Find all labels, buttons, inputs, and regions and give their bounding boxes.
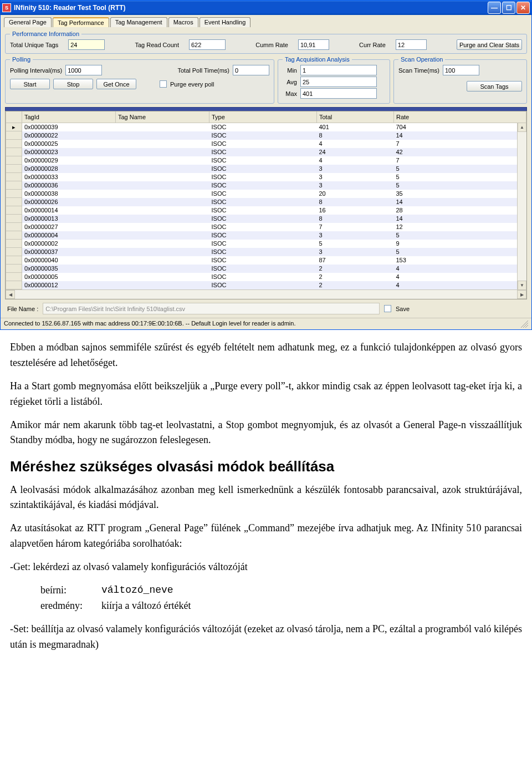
- cell-name[interactable]: [116, 156, 209, 165]
- row-header-col[interactable]: [6, 111, 22, 123]
- cell-name[interactable]: [116, 165, 209, 173]
- row-header-cell[interactable]: [6, 131, 22, 140]
- cell-rate[interactable]: 12: [394, 223, 526, 231]
- cell-id[interactable]: 0x00000040: [22, 256, 116, 265]
- cell-id[interactable]: 0x00000033: [22, 173, 116, 181]
- tab-general-page[interactable]: General Page: [4, 17, 52, 27]
- table-row[interactable]: 0x00000036ISOC35: [6, 181, 526, 190]
- tab-macros[interactable]: Macros: [168, 17, 198, 27]
- table-row[interactable]: 0x00000028ISOC35: [6, 165, 526, 173]
- cell-total[interactable]: 16: [317, 206, 394, 215]
- cell-name[interactable]: [116, 215, 209, 223]
- cell-id[interactable]: 0x00000026: [22, 198, 116, 206]
- row-header-cell[interactable]: [6, 198, 22, 206]
- row-header-cell[interactable]: [6, 165, 22, 173]
- cell-rate[interactable]: 35: [394, 190, 526, 198]
- start-button[interactable]: Start: [10, 79, 50, 89]
- cell-type[interactable]: ISOC: [209, 206, 317, 215]
- table-row[interactable]: 0x00000035ISOC24: [6, 265, 526, 273]
- cell-total[interactable]: 24: [317, 148, 394, 156]
- table-row[interactable]: 0x00000026ISOC814: [6, 198, 526, 206]
- cell-name[interactable]: [116, 148, 209, 156]
- cell-id[interactable]: 0x00000002: [22, 240, 116, 248]
- cell-type[interactable]: ISOC: [209, 281, 317, 289]
- row-header-cell[interactable]: [6, 215, 22, 223]
- cell-id[interactable]: 0x00000038: [22, 190, 116, 198]
- table-row[interactable]: 0x00000025ISOC47: [6, 140, 526, 148]
- cell-rate[interactable]: 9: [394, 240, 526, 248]
- scroll-up-icon[interactable]: ▲: [518, 123, 526, 132]
- tab-tag-management[interactable]: Tag Management: [110, 17, 167, 27]
- cell-name[interactable]: [116, 281, 209, 289]
- acq-avg-field[interactable]: [300, 77, 377, 87]
- cell-total[interactable]: 8: [317, 215, 394, 223]
- cell-type[interactable]: ISOC: [209, 231, 317, 240]
- row-header-cell[interactable]: [6, 281, 22, 289]
- cell-rate[interactable]: 704: [394, 123, 526, 131]
- cell-rate[interactable]: 153: [394, 256, 526, 265]
- row-header-cell[interactable]: [6, 140, 22, 148]
- cell-id[interactable]: 0x00000027: [22, 223, 116, 231]
- read-count-field[interactable]: [189, 39, 226, 50]
- cell-name[interactable]: [116, 190, 209, 198]
- cell-id[interactable]: 0x00000037: [22, 248, 116, 256]
- row-header-cell[interactable]: [6, 248, 22, 256]
- row-header-cell[interactable]: [6, 223, 22, 231]
- cell-total[interactable]: 5: [317, 240, 394, 248]
- cell-name[interactable]: [116, 206, 209, 215]
- cell-type[interactable]: ISOC: [209, 265, 317, 273]
- purge-clear-stats-button[interactable]: Purge and Clear Stats: [457, 39, 522, 50]
- cell-id[interactable]: 0x00000036: [22, 181, 116, 190]
- cell-id[interactable]: 0x00000035: [22, 265, 116, 273]
- cell-total[interactable]: 2: [317, 265, 394, 273]
- cell-rate[interactable]: 4: [394, 265, 526, 273]
- table-row[interactable]: 0x00000022ISOC814: [6, 131, 526, 140]
- table-row[interactable]: ▸0x00000039ISOC401704: [6, 123, 526, 131]
- cell-name[interactable]: [116, 273, 209, 281]
- cell-type[interactable]: ISOC: [209, 148, 317, 156]
- cell-rate[interactable]: 5: [394, 165, 526, 173]
- cell-rate[interactable]: 5: [394, 173, 526, 181]
- cell-id[interactable]: 0x00000039: [22, 123, 116, 131]
- scan-time-field[interactable]: [443, 65, 479, 75]
- row-header-cell[interactable]: [6, 206, 22, 215]
- acq-min-field[interactable]: [300, 65, 377, 75]
- row-header-cell[interactable]: [6, 265, 22, 273]
- cell-total[interactable]: 3: [317, 165, 394, 173]
- cell-name[interactable]: [116, 140, 209, 148]
- table-row[interactable]: 0x00000027ISOC712: [6, 223, 526, 231]
- cell-total[interactable]: 3: [317, 181, 394, 190]
- cell-name[interactable]: [116, 198, 209, 206]
- cell-id[interactable]: 0x00000029: [22, 156, 116, 165]
- table-row[interactable]: 0x00000005ISOC24: [6, 273, 526, 281]
- col-rate[interactable]: Rate: [394, 111, 526, 123]
- cell-total[interactable]: 8: [317, 131, 394, 140]
- tab-event-handling[interactable]: Event Handling: [200, 17, 251, 27]
- cell-total[interactable]: 7: [317, 223, 394, 231]
- cell-name[interactable]: [116, 240, 209, 248]
- cell-total[interactable]: 8: [317, 198, 394, 206]
- cell-name[interactable]: [116, 231, 209, 240]
- tab-tag-performance[interactable]: Tag Performance: [53, 17, 109, 27]
- cell-type[interactable]: ISOC: [209, 198, 317, 206]
- vertical-scrollbar[interactable]: ▲ ▼: [517, 123, 526, 290]
- row-header-cell[interactable]: [6, 181, 22, 190]
- cell-id[interactable]: 0x00000023: [22, 148, 116, 156]
- cell-type[interactable]: ISOC: [209, 256, 317, 265]
- cell-total[interactable]: 3: [317, 231, 394, 240]
- cell-total[interactable]: 401: [317, 123, 394, 131]
- acq-max-field[interactable]: [300, 88, 377, 99]
- table-row[interactable]: 0x00000040ISOC87153: [6, 256, 526, 265]
- file-path-field[interactable]: [43, 303, 380, 314]
- table-row[interactable]: 0x00000023ISOC2442: [6, 148, 526, 156]
- col-tagid[interactable]: TagId: [22, 111, 116, 123]
- cell-name[interactable]: [116, 256, 209, 265]
- cell-id[interactable]: 0x00000013: [22, 215, 116, 223]
- row-header-cell[interactable]: [6, 273, 22, 281]
- cell-rate[interactable]: 42: [394, 148, 526, 156]
- data-grid[interactable]: TagId Tag Name Type Total Rate ▸0x000000…: [6, 111, 526, 289]
- table-row[interactable]: 0x00000013ISOC814: [6, 215, 526, 223]
- cell-rate[interactable]: 5: [394, 248, 526, 256]
- col-tagname[interactable]: Tag Name: [116, 111, 209, 123]
- table-row[interactable]: 0x00000012ISOC24: [6, 281, 526, 289]
